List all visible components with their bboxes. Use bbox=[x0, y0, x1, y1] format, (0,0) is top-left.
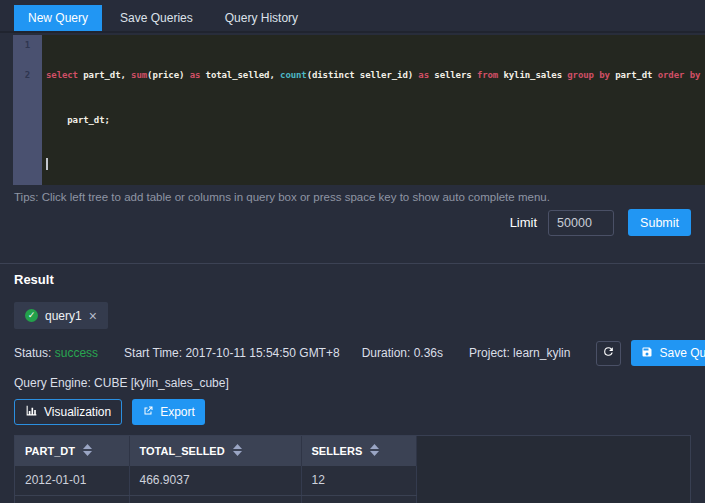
column-label: TOTAL_SELLED bbox=[140, 445, 225, 457]
save-query-button[interactable]: Save Query bbox=[631, 340, 705, 366]
table-row: 2012-01-02 970.2347 17 bbox=[15, 495, 416, 503]
project-field: Project: learn_kylin bbox=[469, 346, 570, 360]
tab-save-queries[interactable]: Save Queries bbox=[106, 5, 207, 31]
limit-label: Limit bbox=[510, 215, 537, 230]
sql-token: total_selled, bbox=[200, 70, 280, 80]
sql-token: kylin_sales bbox=[498, 70, 567, 80]
table-cell: 970.2347 bbox=[129, 495, 301, 503]
duration-value: 0.36s bbox=[414, 346, 443, 360]
project-value: learn_kylin bbox=[513, 346, 570, 360]
success-check-icon: ✓ bbox=[25, 309, 38, 322]
start-time-value: 2017-10-11 15:54:50 GMT+8 bbox=[185, 346, 339, 360]
sort-icon[interactable] bbox=[233, 444, 242, 458]
chart-icon bbox=[25, 404, 38, 420]
sql-token: sellers bbox=[429, 70, 477, 80]
submit-button[interactable]: Submit bbox=[628, 209, 691, 236]
table-cell: 17 bbox=[301, 495, 416, 503]
query-controls: Limit Submit bbox=[0, 209, 691, 236]
export-button[interactable]: Export bbox=[132, 399, 205, 425]
refresh-icon bbox=[602, 345, 615, 361]
table-cell: 466.9037 bbox=[129, 466, 301, 495]
column-header-part-dt[interactable]: PART_DT bbox=[15, 436, 129, 466]
sql-token: count bbox=[280, 70, 307, 80]
export-icon bbox=[142, 405, 154, 420]
close-icon[interactable]: × bbox=[89, 309, 97, 323]
query-tab-label: query1 bbox=[45, 309, 82, 323]
text-caret bbox=[46, 158, 48, 170]
refresh-button[interactable] bbox=[596, 341, 621, 366]
table-cell: 12 bbox=[301, 466, 416, 495]
sql-token: from bbox=[477, 70, 498, 80]
sql-code-area[interactable]: select part_dt, sum(price) as total_sell… bbox=[42, 35, 705, 185]
table-cell: 2012-01-01 bbox=[15, 466, 129, 495]
export-label: Export bbox=[160, 405, 195, 419]
table-row: 2012-01-01 466.9037 12 bbox=[15, 466, 416, 495]
limit-input[interactable] bbox=[548, 210, 614, 236]
sort-icon[interactable] bbox=[370, 444, 379, 458]
query-engine-value: CUBE [kylin_sales_cube] bbox=[94, 376, 229, 390]
sort-icon[interactable] bbox=[83, 444, 92, 458]
query-tabbar: New Query Save Queries Query History bbox=[0, 0, 705, 33]
sql-token: sum bbox=[131, 70, 147, 80]
column-label: SELLERS bbox=[312, 445, 363, 457]
save-query-label: Save Query bbox=[659, 346, 705, 360]
duration-field: Duration: 0.36s bbox=[362, 346, 443, 360]
duration-label: Duration: bbox=[362, 346, 411, 360]
line-number-1-wrap bbox=[13, 53, 42, 68]
start-time-label: Start Time: bbox=[124, 346, 182, 360]
status-label: Status: bbox=[14, 346, 51, 360]
sql-token: order by bbox=[658, 70, 701, 80]
sql-token: part_dt bbox=[610, 70, 658, 80]
column-header-sellers[interactable]: SELLERS bbox=[301, 436, 416, 466]
sql-token: (distinct seller_id) bbox=[307, 70, 419, 80]
status-value: success bbox=[55, 346, 98, 360]
tips-text: Tips: Click left tree to add table or co… bbox=[14, 191, 705, 203]
code-line-1: select part_dt, sum(price) as total_sell… bbox=[46, 68, 705, 83]
sql-editor[interactable]: 1 2 select part_dt, sum(price) as total_… bbox=[13, 35, 705, 185]
column-label: PART_DT bbox=[25, 445, 75, 457]
sql-token: as bbox=[418, 70, 429, 80]
sql-token: select bbox=[46, 70, 78, 80]
save-icon bbox=[641, 346, 653, 361]
result-heading: Result bbox=[14, 272, 705, 287]
tab-query-history[interactable]: Query History bbox=[211, 5, 312, 31]
project-label: Project: bbox=[469, 346, 510, 360]
start-time-field: Start Time: 2017-10-11 15:54:50 GMT+8 bbox=[124, 346, 340, 360]
tab-new-query[interactable]: New Query bbox=[14, 5, 102, 31]
result-table: PART_DT TOTAL_SELLED SELLERS 2012-01-01 … bbox=[14, 435, 691, 503]
query-result-tab[interactable]: ✓ query1 × bbox=[14, 302, 108, 329]
sql-token: (price) bbox=[147, 70, 190, 80]
query-engine-label: Query Engine: bbox=[14, 376, 91, 390]
status-row: Status: success Start Time: 2017-10-11 1… bbox=[14, 340, 691, 366]
status-field: Status: success bbox=[14, 346, 98, 360]
sql-token: as bbox=[190, 70, 201, 80]
table-cell: 2012-01-02 bbox=[15, 495, 129, 503]
visualization-button[interactable]: Visualization bbox=[14, 399, 122, 425]
column-header-total-selled[interactable]: TOTAL_SELLED bbox=[129, 436, 301, 466]
sql-token: part_dt, bbox=[78, 70, 131, 80]
editor-gutter: 1 2 bbox=[13, 35, 42, 185]
result-panel: Result ✓ query1 × Status: success Start … bbox=[0, 263, 705, 503]
query-engine-field: Query Engine: CUBE [kylin_sales_cube] bbox=[14, 376, 691, 390]
result-actions: Save Query bbox=[596, 340, 705, 366]
line-number-2: 2 bbox=[13, 68, 42, 83]
visualization-label: Visualization bbox=[44, 405, 111, 419]
result-button-row: Visualization Export bbox=[14, 399, 691, 425]
line-number-1: 1 bbox=[13, 38, 42, 53]
code-line-1-wrap: part_dt; bbox=[46, 113, 705, 128]
table-header-row: PART_DT TOTAL_SELLED SELLERS bbox=[15, 436, 416, 466]
sql-token: group by bbox=[567, 70, 610, 80]
code-line-2 bbox=[46, 158, 705, 173]
